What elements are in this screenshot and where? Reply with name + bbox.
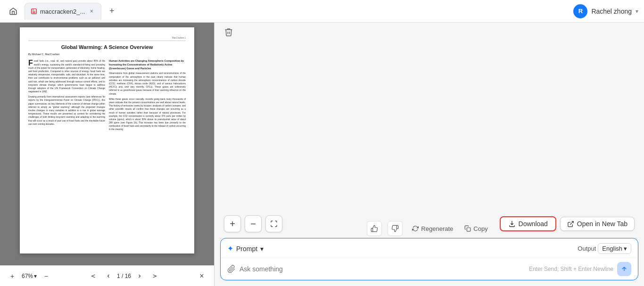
pdf-toolbar-left: + 67% ▾ − xyxy=(6,270,53,283)
new-tab-button[interactable]: + xyxy=(105,5,118,18)
language-select-button[interactable]: English ▾ xyxy=(598,243,631,254)
zoom-chevron-icon[interactable]: ▾ xyxy=(34,273,37,279)
pdf-controls-right: Download Open in New Tab xyxy=(500,216,635,231)
pdf-author: By Michael C. MacCracken xyxy=(28,53,186,56)
pdf-paragraph-2: Drawing primarily from international ass… xyxy=(28,95,105,126)
zoom-display: 67% ▾ xyxy=(22,273,37,279)
top-bar-left: maccracken2_... × + xyxy=(6,3,118,20)
zoom-in-button[interactable]: + xyxy=(6,270,19,283)
svg-line-1 xyxy=(570,221,573,224)
page-sep: / xyxy=(122,273,123,279)
pdf-right-para2: While these gases occur naturally, recor… xyxy=(109,98,186,131)
top-bar: maccracken2_... × + R Rachel zhong ▾ xyxy=(0,0,644,23)
tab-label: maccracken2_... xyxy=(40,8,85,15)
chat-area: ✦ Prompt ▾ Output English ▾ xyxy=(220,238,638,280)
open-new-tab-button[interactable]: Open in New Tab xyxy=(560,217,635,231)
download-label: Download xyxy=(519,220,548,228)
home-button[interactable] xyxy=(6,4,21,19)
pdf-panel: MacCracken 1 Global Warming: A Science O… xyxy=(0,23,215,286)
delete-button[interactable] xyxy=(224,27,233,39)
right-zoom-in-button[interactable]: + xyxy=(224,215,241,232)
prompt-label: Prompt xyxy=(236,245,257,253)
send-button[interactable] xyxy=(617,262,631,276)
language-label: English xyxy=(602,245,622,252)
attach-button[interactable] xyxy=(227,265,236,273)
pdf-para1-text: ossil fuels (i.e., coal, oil, and natura… xyxy=(28,60,105,93)
pdf-section-title: Human Activities are Changing Atmospheri… xyxy=(109,59,186,70)
page-display: 1 / 16 xyxy=(117,273,131,279)
pdf-right-para1: Observations from global measurement sta… xyxy=(109,72,186,95)
prompt-sparkle-icon: ✦ xyxy=(227,244,233,253)
chat-hint-text: Enter Send; Shift + Enter Newline xyxy=(529,266,613,272)
pdf-controls-left: + − xyxy=(224,215,282,232)
user-name: Rachel zhong xyxy=(591,8,632,15)
right-zoom-out-button[interactable]: − xyxy=(245,215,262,232)
zoom-out-button[interactable]: − xyxy=(40,270,53,283)
prompt-chevron-icon: ▾ xyxy=(260,245,264,253)
pdf-page-header: MacCracken 1 xyxy=(28,37,186,41)
pdf-left-column: Fossil fuels (i.e., coal, oil, and natur… xyxy=(28,59,105,133)
chat-input-field[interactable] xyxy=(239,265,529,273)
top-bar-right: R Rachel zhong ▾ xyxy=(573,4,638,18)
download-button[interactable]: Download xyxy=(500,216,556,231)
pdf-content[interactable]: MacCracken 1 Global Warming: A Science O… xyxy=(0,23,214,265)
prompt-selector[interactable]: ✦ Prompt ▾ xyxy=(227,244,264,253)
right-fit-button[interactable] xyxy=(265,215,282,232)
pdf-preview-area xyxy=(215,23,644,217)
page-current: 1 xyxy=(117,273,120,279)
pdf-page: MacCracken 1 Global Warming: A Science O… xyxy=(20,27,194,253)
chat-input-row: Enter Send; Shift + Enter Newline xyxy=(221,258,638,280)
user-menu-chevron[interactable]: ▾ xyxy=(636,8,638,15)
pdf-dropcap: F xyxy=(28,60,33,66)
pdf-toolbar-center: 1 / 16 xyxy=(87,270,161,283)
nav-first-button[interactable] xyxy=(87,270,100,283)
pdf-toolbar: + 67% ▾ − 1 / 16 xyxy=(0,265,214,286)
pdf-tab[interactable]: maccracken2_... × xyxy=(25,3,101,20)
tab-close-button[interactable]: × xyxy=(88,8,95,15)
page-total: 16 xyxy=(125,273,131,279)
main-area: MacCracken 1 Global Warming: A Science O… xyxy=(0,23,644,286)
nav-last-button[interactable] xyxy=(148,270,161,283)
right-panel: + − Download xyxy=(215,23,644,286)
user-avatar: R xyxy=(573,4,587,18)
pdf-paragraph-1: Fossil fuels (i.e., coal, oil, and natur… xyxy=(28,59,105,93)
nav-prev-button[interactable] xyxy=(102,270,115,283)
right-panel-top: + − Download xyxy=(215,23,644,238)
output-lang-selector: Output English ▾ xyxy=(578,243,631,254)
open-new-tab-label: Open in New Tab xyxy=(577,220,627,228)
language-chevron-icon: ▾ xyxy=(624,245,627,252)
pdf-right-column: Human Activities are Changing Atmospheri… xyxy=(109,59,186,133)
nav-next-button[interactable] xyxy=(133,270,146,283)
close-pdf-button[interactable]: × xyxy=(195,270,208,283)
pdf-title: Global Warming: A Science Overview xyxy=(28,44,186,51)
zoom-value: 67% xyxy=(22,273,33,279)
pdf-toolbar-right: × xyxy=(195,270,208,283)
chat-top-bar: ✦ Prompt ▾ Output English ▾ xyxy=(221,238,638,258)
output-label: Output xyxy=(578,245,596,252)
pdf-controls-area: + − Download xyxy=(215,210,644,238)
